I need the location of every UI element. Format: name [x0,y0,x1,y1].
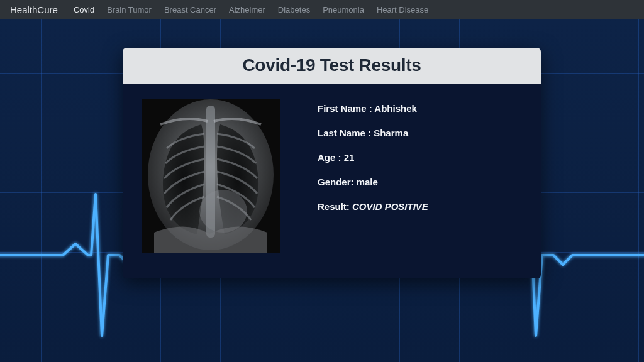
xray-image [142,99,280,253]
patient-details: First Name : Abhishek Last Name : Sharma… [318,99,428,212]
results-card: Covid-19 Test Results [123,48,541,278]
nav-link-heart-disease[interactable]: Heart Disease [371,3,434,17]
svg-point-3 [199,190,247,233]
gender-row: Gender: male [318,177,428,187]
card-header: Covid-19 Test Results [123,48,541,84]
last-name-row: Last Name : Sharma [318,128,428,138]
card-title: Covid-19 Test Results [123,55,541,75]
result-label: Result: [318,201,352,212]
last-name-value: Sharma [374,128,408,138]
nav-link-breast-cancer[interactable]: Breast Cancer [158,3,222,17]
first-name-value: Abhishek [374,103,417,114]
age-row: Age : 21 [318,152,428,163]
age-value: 21 [344,152,355,163]
last-name-label: Last Name : [318,128,374,138]
result-row: Result: COVID POSITIVE [318,201,428,212]
nav-link-diabetes[interactable]: Diabetes [272,3,316,17]
navbar: HealthCure Covid Brain Tumor Breast Canc… [0,0,644,19]
first-name-row: First Name : Abhishek [318,103,428,114]
gender-value: male [357,177,378,187]
age-label: Age : [318,152,344,163]
nav-link-brain-tumor[interactable]: Brain Tumor [101,3,157,17]
brand-logo[interactable]: HealthCure [10,4,58,15]
gender-label: Gender: [318,177,357,187]
result-value: COVID POSITIVE [352,201,428,212]
nav-link-pneumonia[interactable]: Pneumonia [317,3,370,17]
first-name-label: First Name : [318,103,374,114]
card-body: First Name : Abhishek Last Name : Sharma… [123,84,541,278]
nav-link-alzheimer[interactable]: Alzheimer [223,3,271,17]
nav-link-covid[interactable]: Covid [68,3,100,17]
